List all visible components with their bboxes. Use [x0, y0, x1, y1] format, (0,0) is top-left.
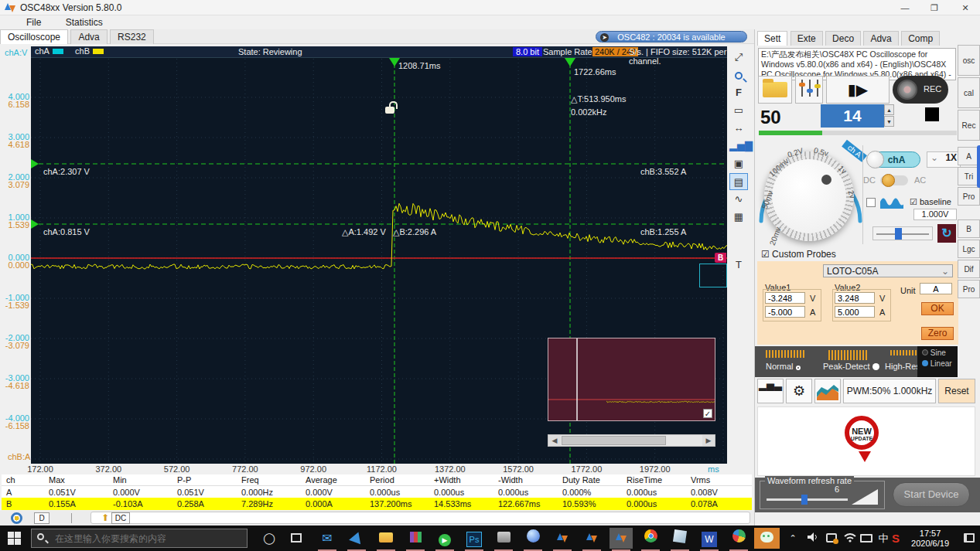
scrollbar-thumb[interactable]: [562, 436, 666, 445]
probes-ok-button[interactable]: OK: [921, 302, 954, 315]
value1-amp-input[interactable]: [765, 306, 805, 318]
baseline-value[interactable]: 1.000V: [913, 209, 957, 220]
osc-app-icon-active[interactable]: [610, 528, 633, 549]
side-tab-dif[interactable]: Dif: [958, 260, 980, 278]
chart-view-icon[interactable]: ▤: [729, 173, 748, 190]
start-device-button[interactable]: Start Device: [893, 482, 970, 507]
save-tool-icon[interactable]: ▣: [729, 155, 748, 172]
reset-offset-button[interactable]: ↻: [937, 224, 956, 243]
value2-volt-input[interactable]: [835, 292, 875, 304]
close-button[interactable]: ✕: [954, 1, 977, 15]
photoshop-icon[interactable]: Ps: [463, 528, 486, 549]
task-view-icon[interactable]: [285, 528, 308, 549]
pan-tool-icon[interactable]: ⤢: [729, 49, 748, 66]
minimap-checkbox[interactable]: ✓: [703, 409, 712, 418]
open-file-button[interactable]: [758, 76, 792, 104]
digital-button[interactable]: D: [34, 512, 50, 524]
level-cursor2-handle[interactable]: [31, 219, 39, 229]
invert-checkbox[interactable]: [866, 198, 876, 207]
probe-model-dropdown[interactable]: LOTO-C05A⌄: [823, 264, 953, 277]
winrar-icon[interactable]: [404, 528, 427, 549]
histogram-tool-icon[interactable]: ▂▅▇: [729, 138, 748, 155]
measurement-row-chb[interactable]: B0.155A-0.103A0.258A7.289Hz0.000A137.200…: [2, 498, 752, 510]
unit-input[interactable]: [920, 283, 952, 294]
fit-tool-button[interactable]: F: [729, 84, 748, 101]
stop-button[interactable]: [925, 107, 939, 121]
side-tab-cal[interactable]: cal: [958, 77, 980, 108]
scroll-left-icon[interactable]: ◀: [548, 435, 561, 446]
interp-linear[interactable]: Linear: [917, 357, 958, 368]
grid-view-icon[interactable]: ▦: [729, 209, 748, 226]
panel-tab-adva[interactable]: Adva: [863, 31, 898, 46]
tab-rs232[interactable]: RS232: [110, 29, 154, 44]
gear-button[interactable]: ⚙: [786, 379, 812, 403]
record-scrollbar[interactable]: ◀ ▶: [548, 434, 715, 447]
custom-probes-checkbox[interactable]: ☑ Custom Probes: [761, 249, 836, 260]
side-tab-pro2[interactable]: Pro: [958, 280, 980, 298]
sogou-icon[interactable]: S: [884, 528, 907, 549]
mail-app-icon[interactable]: ✉: [316, 528, 339, 549]
spectrum-button[interactable]: [814, 379, 841, 403]
side-tab-rec[interactable]: Rec: [958, 110, 980, 141]
side-scrollbar-thumb[interactable]: [977, 145, 980, 188]
wave-view-icon[interactable]: ∿: [729, 191, 748, 208]
cha-color-swatch[interactable]: [53, 49, 63, 54]
chb-trace-marker[interactable]: B: [715, 253, 726, 263]
marker-arrow-icon[interactable]: ⬆: [101, 512, 109, 523]
device-notification[interactable]: ➤ OSC482 : 20034 is available: [596, 31, 747, 43]
cortana-icon[interactable]: ◯: [258, 528, 281, 549]
minimize-button[interactable]: —: [893, 1, 917, 15]
bargraph-button[interactable]: ▂▅▃: [757, 379, 784, 403]
side-tab-pro1[interactable]: Pro: [958, 187, 980, 206]
wechat-icon[interactable]: [754, 528, 780, 549]
acq-normal[interactable]: Normal: [766, 362, 801, 371]
disk-tool-icon[interactable]: [492, 528, 515, 549]
chb-color-swatch[interactable]: [93, 49, 104, 54]
osc-app-icon-2[interactable]: [580, 528, 603, 549]
wps-writer-icon[interactable]: W: [698, 528, 721, 549]
globe-app-icon[interactable]: [521, 528, 545, 549]
reset-button[interactable]: Reset: [938, 379, 975, 403]
side-tab-lgc[interactable]: Lgc: [958, 240, 980, 258]
refresh-slider[interactable]: [767, 498, 848, 501]
value2-amp-input[interactable]: [835, 306, 875, 318]
panel-tab-sett[interactable]: Sett: [757, 31, 787, 46]
panel-tab-deco[interactable]: Deco: [825, 31, 861, 46]
capture-index-field[interactable]: 14: [821, 104, 884, 128]
play-step-button[interactable]: ▮▶: [826, 76, 890, 104]
offset-slider-handle[interactable]: [895, 228, 902, 240]
value1-volt-input[interactable]: [765, 292, 805, 304]
time-cursor2-handle[interactable]: [565, 58, 575, 66]
probes-zero-button[interactable]: Zero: [921, 327, 954, 340]
pwm-button[interactable]: PWM:50% 1.000kHz: [843, 379, 936, 403]
menu-file[interactable]: File: [15, 15, 52, 29]
browser-360-icon[interactable]: [727, 528, 750, 549]
probe-mult-dropdown[interactable]: ⌄ 1X: [927, 151, 961, 168]
coupling-dc-button[interactable]: DC: [111, 512, 130, 524]
index-up-icon[interactable]: ▲: [884, 104, 894, 115]
panel-tab-comp[interactable]: Comp: [901, 31, 940, 46]
scroll-right-icon[interactable]: ▶: [702, 435, 715, 446]
action-center-icon[interactable]: [958, 528, 980, 549]
tray-clock[interactable]: 17:57 2020/6/19: [911, 529, 949, 549]
trigger-target-icon[interactable]: [11, 512, 22, 524]
level-cursor1-handle[interactable]: [31, 159, 39, 168]
start-button[interactable]: [8, 532, 21, 545]
channel-select-pill[interactable]: chA: [872, 151, 920, 168]
frame-tool-icon[interactable]: ▭: [729, 102, 748, 119]
coupling-toggle[interactable]: [880, 175, 908, 185]
baseline-checkbox[interactable]: ☑ baseline: [910, 197, 951, 207]
side-tab-osc[interactable]: osc: [958, 45, 980, 76]
tab-oscilloscope[interactable]: Oscilloscope: [0, 29, 68, 44]
text-tool-button[interactable]: T: [729, 257, 748, 274]
unlock-icon[interactable]: [385, 107, 394, 114]
glass-box-icon[interactable]: [668, 528, 691, 549]
index-down-icon[interactable]: ▼: [884, 116, 894, 127]
measurement-row-cha[interactable]: A0.051V0.000V0.051V0.000Hz0.000V0.000us0…: [2, 486, 752, 498]
hscale-tool-icon[interactable]: ↔: [729, 120, 748, 137]
media-player-icon[interactable]: ▶: [433, 528, 456, 549]
panel-tab-exte[interactable]: Exte: [790, 31, 823, 46]
menu-statistics[interactable]: Statistics: [55, 15, 114, 29]
side-tab-b[interactable]: B: [958, 219, 980, 238]
update-badge[interactable]: NEW UPDATE: [845, 416, 879, 450]
